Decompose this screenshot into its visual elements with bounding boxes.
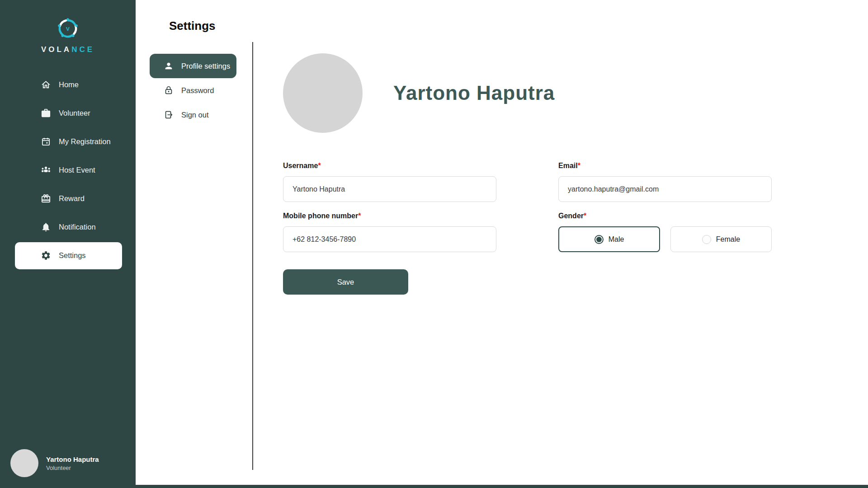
subnav-item-profile-settings[interactable]: Profile settings [150, 54, 236, 78]
user-avatar [10, 449, 38, 477]
brand-logo: V VOLANCE [0, 0, 136, 54]
person-icon [164, 61, 174, 71]
sidebar-item-settings[interactable]: Settings [15, 242, 122, 269]
sidebar-item-notification[interactable]: Notification [0, 213, 136, 241]
subnav-item-password[interactable]: Password [150, 78, 236, 103]
subnav-item-label: Password [181, 86, 214, 95]
username-field-group: Username* [283, 162, 496, 202]
email-field-group: Email* [558, 162, 772, 202]
profile-display-name: Yartono Haputra [393, 82, 555, 104]
subnav-item-sign-out[interactable]: Sign out [150, 103, 236, 127]
bell-icon [41, 222, 51, 232]
home-icon [41, 80, 51, 90]
sidebar-item-label: Host Event [59, 166, 95, 174]
page-title: Settings [169, 19, 868, 33]
sidebar-item-label: Reward [59, 194, 85, 203]
user-role: Volunteer [46, 465, 99, 471]
sidebar-item-label: Notification [59, 223, 96, 231]
phone-input[interactable] [283, 226, 496, 252]
profile-form-area: Yartono Haputra Username* Email* [253, 42, 772, 470]
gift-icon [41, 193, 51, 204]
sidebar-item-label: My Registration [59, 137, 111, 146]
required-asterisk: * [578, 162, 580, 169]
volance-logo-icon: V [55, 15, 81, 42]
sidebar-item-reward[interactable]: Reward [0, 184, 136, 213]
profile-avatar [283, 53, 363, 133]
sidebar-item-label: Home [59, 80, 79, 89]
lock-icon [164, 85, 174, 95]
sidebar-nav: Home Volunteer My Registration [0, 70, 136, 269]
email-label: Email* [558, 162, 772, 170]
phone-field-group: Mobile phone number* [283, 212, 496, 252]
svg-text:V: V [66, 26, 70, 32]
subnav-item-label: Profile settings [181, 62, 230, 70]
radio-female-unchecked-icon [702, 235, 711, 244]
gender-option-label: Male [609, 235, 624, 244]
username-label: Username* [283, 162, 496, 170]
brand-name: VOLANCE [0, 45, 136, 54]
gender-field-group: Gender* Male Female [558, 212, 772, 252]
subnav-item-label: Sign out [181, 111, 209, 119]
required-asterisk: * [318, 162, 321, 169]
sidebar-item-host-event[interactable]: Host Event [0, 156, 136, 184]
sign-out-icon [164, 110, 174, 120]
calendar-icon [41, 136, 51, 147]
briefcase-icon [41, 108, 51, 118]
required-asterisk: * [584, 212, 586, 220]
gender-option-label: Female [716, 235, 740, 244]
phone-label: Mobile phone number* [283, 212, 496, 220]
gear-icon [41, 250, 51, 261]
sidebar-item-my-registration[interactable]: My Registration [0, 127, 136, 156]
user-name: Yartono Haputra [46, 455, 99, 463]
settings-subnav: Profile settings Password Sign out [136, 42, 253, 470]
sidebar-user-card: Yartono Haputra Volunteer [10, 449, 99, 477]
user-info: Yartono Haputra Volunteer [46, 455, 99, 471]
sidebar-item-label: Settings [59, 251, 86, 260]
sidebar-item-label: Volunteer [59, 109, 90, 117]
username-input[interactable] [283, 176, 496, 202]
required-asterisk: * [358, 212, 361, 220]
sidebar-item-volunteer[interactable]: Volunteer [0, 99, 136, 127]
sidebar: V VOLANCE Home Volunteer My Registration [0, 0, 136, 488]
people-icon [41, 165, 51, 175]
radio-male-checked-icon [594, 235, 604, 244]
gender-label: Gender* [558, 212, 772, 220]
email-input[interactable] [558, 176, 772, 202]
gender-option-female[interactable]: Female [670, 226, 772, 252]
gender-option-male[interactable]: Male [558, 226, 660, 252]
save-button[interactable]: Save [283, 269, 408, 295]
main-content: Settings Profile settings Password [136, 0, 868, 488]
sidebar-item-home[interactable]: Home [0, 70, 136, 99]
bottom-edge-bar [0, 485, 868, 488]
